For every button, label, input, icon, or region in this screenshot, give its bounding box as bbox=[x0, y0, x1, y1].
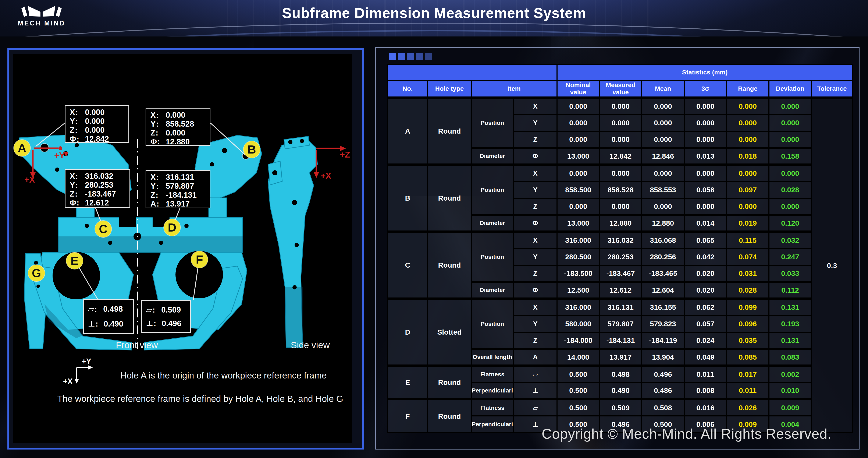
sigma3-cell: 0.024 bbox=[684, 332, 727, 349]
hole-type-cell: Round bbox=[428, 98, 471, 165]
page-title: Subframe Dimension Measurement System bbox=[0, 5, 868, 21]
range-cell: 0.035 bbox=[727, 332, 769, 349]
measured-cell: 12.612 bbox=[599, 282, 642, 299]
hole-type-cell: Round bbox=[428, 165, 471, 232]
accent-squares bbox=[389, 53, 432, 60]
range-cell: 0.028 bbox=[727, 282, 769, 299]
measured-cell: 0.490 bbox=[599, 382, 642, 399]
measured-cell: 12.880 bbox=[599, 215, 642, 232]
measured-cell: 13.917 bbox=[599, 349, 642, 366]
no-cell: B bbox=[388, 165, 428, 232]
symbol-cell: Y bbox=[514, 115, 557, 131]
callout-hole-b: X0.000 Y858.528 Z0.000 Φ12.880 bbox=[146, 108, 211, 146]
callout-line: Z0.000 bbox=[70, 126, 124, 135]
measured-cell: 0.000 bbox=[599, 115, 642, 131]
front-y-axis-label: +Y bbox=[54, 151, 65, 160]
nominal-cell: 13.000 bbox=[557, 148, 599, 165]
front-x-axis-label: +X bbox=[24, 175, 35, 184]
deviation-cell: 0.112 bbox=[769, 282, 811, 299]
table-row: E Round Flatness ▱ 0.500 0.498 0.496 0.0… bbox=[388, 366, 853, 382]
sigma3-cell: 0.000 bbox=[684, 131, 727, 148]
model-view: +Y +X +Z +X +Y +X bbox=[13, 54, 352, 443]
deviation-cell: 0.000 bbox=[769, 98, 811, 115]
symbol-cell: Z bbox=[514, 131, 557, 148]
mean-cell: 12.604 bbox=[642, 282, 684, 299]
callout-line: Z-184.131 bbox=[151, 191, 206, 200]
deviation-cell: 0.010 bbox=[769, 382, 811, 399]
callout-line: ▱0.509 bbox=[146, 305, 186, 314]
accent-square bbox=[425, 53, 432, 60]
mean-cell: 0.000 bbox=[642, 165, 684, 181]
range-cell: 0.097 bbox=[727, 181, 769, 198]
deviation-cell: 0.193 bbox=[769, 316, 811, 332]
sigma3-cell: 0.042 bbox=[684, 249, 727, 265]
nominal-cell: 0.000 bbox=[557, 165, 599, 181]
callout-hole-f: ▱0.509 ⊥0.496 bbox=[141, 300, 191, 333]
mean-cell: 0.486 bbox=[642, 382, 684, 399]
deviation-cell: 0.000 bbox=[769, 115, 811, 131]
no-cell: D bbox=[388, 299, 428, 366]
range-cell: 0.018 bbox=[727, 148, 769, 165]
mean-cell: 0.000 bbox=[642, 98, 684, 115]
callout-line: ▱0.498 bbox=[88, 305, 129, 314]
callout-line: Φ12.842 bbox=[70, 135, 124, 144]
tolerance-cell: 0.3 bbox=[811, 98, 853, 433]
hole-type-cell: Slotted bbox=[428, 299, 471, 366]
measured-cell: 0.509 bbox=[599, 399, 642, 416]
callout-line: ⊥0.496 bbox=[146, 319, 186, 328]
table-row: B Round Position X 0.000 0.000 0.000 0.0… bbox=[388, 165, 853, 181]
col-deviation: Deviation bbox=[769, 80, 811, 98]
side-z-axis-label: +Z bbox=[340, 150, 350, 159]
measurement-table: Statistics (mm) No. Hole type Item Nomin… bbox=[387, 64, 853, 433]
deviation-cell: 0.002 bbox=[769, 366, 811, 382]
measured-cell: 0.000 bbox=[599, 165, 642, 181]
col-no: No. bbox=[388, 80, 428, 98]
range-cell: 0.017 bbox=[727, 366, 769, 382]
item-cell: Perpendicularity bbox=[471, 382, 514, 399]
mean-cell: -183.465 bbox=[642, 265, 684, 282]
callout-line: Y280.253 bbox=[70, 181, 125, 190]
callout-hole-a: X0.000 Y0.000 Z0.000 Φ12.842 bbox=[65, 105, 129, 143]
symbol-cell: ▱ bbox=[514, 399, 557, 416]
callout-line: Y0.000 bbox=[70, 117, 124, 126]
callout-line: Φ12.880 bbox=[151, 137, 206, 146]
sigma3-cell: 0.013 bbox=[684, 148, 727, 165]
item-cell: Flatness bbox=[471, 399, 514, 416]
title-bar: MECH MIND Subframe Dimension Measurement… bbox=[0, 0, 868, 36]
mean-cell: 0.000 bbox=[642, 115, 684, 131]
measured-cell: 0.000 bbox=[599, 198, 642, 215]
item-cell: Position bbox=[471, 98, 514, 148]
range-cell: 0.000 bbox=[727, 98, 769, 115]
item-cell: Flatness bbox=[471, 366, 514, 382]
callout-line: X0.000 bbox=[151, 111, 206, 120]
nominal-cell: 280.500 bbox=[557, 249, 599, 265]
hole-type-cell: Round bbox=[428, 366, 471, 399]
item-cell: Position bbox=[471, 232, 514, 282]
table-row: C Round Position X 316.000 316.032 316.0… bbox=[388, 232, 853, 249]
measured-cell: 316.032 bbox=[599, 232, 642, 249]
measured-cell: 579.807 bbox=[599, 316, 642, 332]
deviation-cell: 0.000 bbox=[769, 198, 811, 215]
symbol-cell: Φ bbox=[514, 282, 557, 299]
sigma3-cell: 0.020 bbox=[684, 265, 727, 282]
symbol-cell: ▱ bbox=[514, 366, 557, 382]
callout-line: ⊥0.490 bbox=[88, 319, 129, 328]
deviation-cell: 0.000 bbox=[769, 131, 811, 148]
nominal-cell: 0.000 bbox=[557, 98, 599, 115]
sigma3-cell: 0.062 bbox=[684, 299, 727, 316]
deviation-cell: 0.247 bbox=[769, 249, 811, 265]
note-origin: Hole A is the origin of the workpiece re… bbox=[120, 370, 327, 381]
nominal-cell: 316.000 bbox=[557, 299, 599, 316]
sigma3-cell: 0.000 bbox=[684, 115, 727, 131]
measured-cell: 316.131 bbox=[599, 299, 642, 316]
deviation-cell: 0.120 bbox=[769, 215, 811, 232]
symbol-cell: Y bbox=[514, 249, 557, 265]
table-row: F Round Flatness ▱ 0.500 0.509 0.508 0.0… bbox=[388, 399, 853, 416]
note-reference-frame: The workpiece reference frame is defined… bbox=[57, 394, 343, 404]
symbol-cell: X bbox=[514, 98, 557, 115]
hole-label-d: D bbox=[168, 221, 176, 234]
statistics-header-cell: Statistics (mm) bbox=[557, 64, 853, 80]
hole-label-g: G bbox=[32, 266, 41, 280]
deviation-cell: 0.158 bbox=[769, 148, 811, 165]
symbol-cell: Z bbox=[514, 265, 557, 282]
